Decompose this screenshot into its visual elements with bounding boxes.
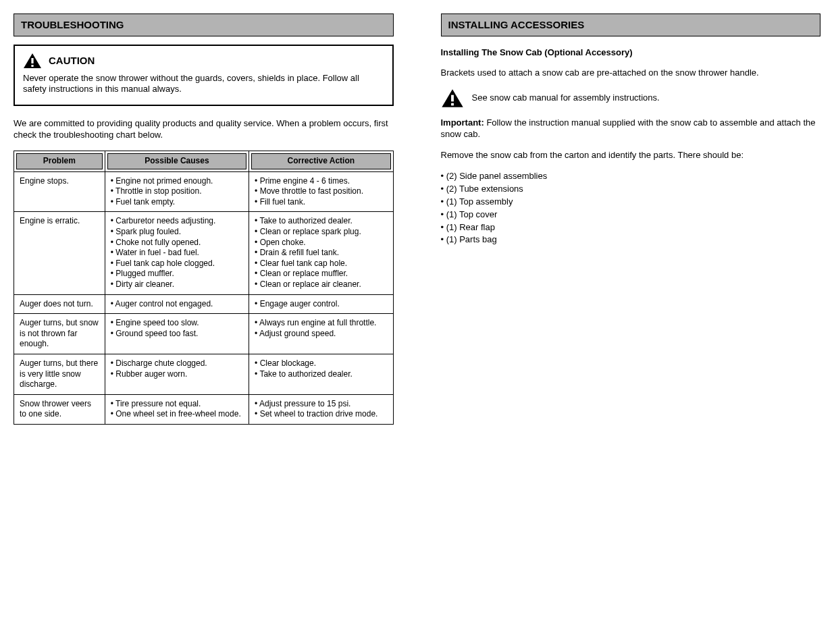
th-problem: Problem: [14, 151, 105, 172]
troubleshooting-table: Problem Possible Causes Corrective Actio…: [14, 151, 394, 425]
table-cell: Engine is erratic.: [14, 212, 105, 294]
table-row: Auger turns, but there is very little sn…: [14, 354, 394, 394]
table-cell: • Adjust pressure to 15 psi. • Set wheel…: [249, 394, 393, 424]
table-row: Auger turns, but snow is not thrown far …: [14, 314, 394, 354]
list-item: • (2) Side panel assemblies: [441, 171, 821, 182]
svg-rect-1: [31, 58, 33, 63]
warning-icon: [23, 53, 42, 69]
page-container: TROUBLESHOOTING CAUTION Never operate th…: [14, 14, 820, 425]
table-cell: • Always run engine at full throttle. • …: [249, 314, 393, 354]
table-row: Engine is erratic.• Carburetor needs adj…: [14, 212, 394, 294]
th-causes: Possible Causes: [105, 151, 249, 172]
parts-list: • (2) Side panel assemblies• (2) Tube ex…: [441, 171, 821, 246]
table-header-row: Problem Possible Causes Corrective Actio…: [14, 151, 394, 172]
svg-rect-2: [31, 65, 33, 67]
table-cell: • Prime engine 4 - 6 times. • Move throt…: [249, 171, 393, 212]
list-item: • (1) Top cover: [441, 209, 821, 221]
list-item: • (1) Top assembly: [441, 196, 821, 208]
list-item: • (2) Tube extensions: [441, 184, 821, 195]
table-row: Auger does not turn.• Auger control not …: [14, 294, 394, 314]
table-cell: • Engine speed too slow. • Ground speed …: [105, 314, 249, 354]
important-text: Follow the instruction manual supplied w…: [441, 117, 816, 139]
svg-rect-4: [451, 95, 454, 102]
right-body3: Remove the snow cab from the carton and …: [441, 150, 821, 161]
see-manual-text: See snow cab manual for assembly instruc…: [472, 92, 660, 104]
table-cell: Auger turns, but snow is not thrown far …: [14, 314, 105, 354]
table-cell: • Discharge chute clogged. • Rubber auge…: [105, 354, 249, 394]
right-body1: Brackets used to attach a snow cab are p…: [441, 68, 821, 79]
left-column: TROUBLESHOOTING CAUTION Never operate th…: [14, 14, 394, 425]
table-cell: • Engage auger control.: [249, 294, 393, 314]
snowcab-subheading: Installing The Snow Cab (Optional Access…: [441, 47, 821, 59]
troubleshooting-header: TROUBLESHOOTING: [14, 14, 394, 36]
troubleshooting-intro: We are committed to providing quality pr…: [14, 118, 394, 141]
table-cell: Engine stops.: [14, 171, 105, 212]
table-cell: • Engine not primed enough. • Throttle i…: [105, 171, 249, 212]
accessories-header: INSTALLING ACCESSORIES: [441, 14, 821, 36]
table-cell: • Clear blockage. • Take to authorized d…: [249, 354, 393, 394]
table-row: Snow thrower veers to one side.• Tire pr…: [14, 394, 394, 424]
table-cell: Snow thrower veers to one side.: [14, 394, 105, 424]
table-cell: • Take to authorized dealer. • Clean or …: [249, 212, 393, 294]
caution-row: CAUTION: [23, 53, 384, 69]
caution-label: CAUTION: [49, 54, 95, 68]
right-column: INSTALLING ACCESSORIES Installing The Sn…: [441, 14, 821, 425]
table-cell: Auger turns, but there is very little sn…: [14, 354, 105, 394]
list-item: • (1) Rear flap: [441, 222, 821, 234]
right-body2: Important: Follow the instruction manual…: [441, 117, 821, 140]
caution-box: CAUTION Never operate the snow thrower w…: [14, 45, 394, 107]
table-cell: Auger does not turn.: [14, 294, 105, 314]
th-action: Corrective Action: [249, 151, 393, 172]
two-column-layout: TROUBLESHOOTING CAUTION Never operate th…: [14, 14, 820, 425]
caution-body-text: Never operate the snow thrower without t…: [23, 73, 384, 96]
see-manual-row: See snow cab manual for assembly instruc…: [441, 88, 821, 108]
table-row: Engine stops.• Engine not primed enough.…: [14, 171, 394, 212]
important-label: Important:: [441, 117, 484, 128]
table-cell: • Tire pressure not equal. • One wheel s…: [105, 394, 249, 424]
list-item: • (1) Parts bag: [441, 234, 821, 246]
table-cell: • Carburetor needs adjusting. • Spark pl…: [105, 212, 249, 294]
table-cell: • Auger control not engaged.: [105, 294, 249, 314]
warning-icon: [441, 88, 464, 108]
svg-rect-5: [451, 103, 454, 106]
